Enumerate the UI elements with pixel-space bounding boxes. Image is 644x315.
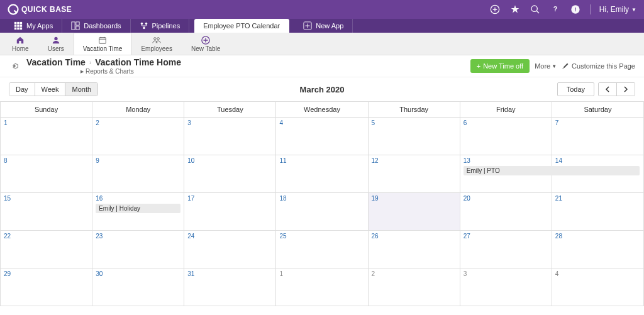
user-menu[interactable]: Hi, Emily ▼	[599, 5, 636, 14]
next-month-button[interactable]	[617, 83, 635, 96]
subtab-users[interactable]: Users	[38, 33, 74, 55]
day-number: 17	[187, 195, 272, 202]
day-number: 2	[96, 119, 180, 126]
tab-my-apps[interactable]: My Apps	[5, 19, 62, 33]
settings-gear-icon[interactable]	[9, 60, 20, 72]
tab-new-app[interactable]: New App	[294, 19, 353, 33]
calendar-cell[interactable]: 23	[92, 231, 184, 268]
calendar-cell[interactable]: 4	[276, 118, 368, 155]
new-time-off-button[interactable]: + New Time off	[470, 59, 530, 73]
calendar-cell[interactable]: 28	[552, 231, 643, 268]
star-icon[interactable]	[509, 4, 521, 15]
day-number: 1	[279, 270, 364, 277]
day-number: 26	[372, 233, 457, 240]
subtab-label: New Table	[191, 45, 221, 52]
svg-point-20	[143, 27, 145, 30]
more-menu[interactable]: More ▼	[535, 62, 557, 70]
calendar-cell[interactable]: 10	[184, 155, 276, 193]
calendar-scroll[interactable]: SundayMondayTuesdayWednesdayThursdayFrid…	[0, 101, 644, 315]
calendar-cell[interactable]: 7	[552, 118, 643, 155]
day-number: 29	[4, 270, 89, 277]
svg-rect-16	[76, 22, 79, 25]
day-header: Saturday	[552, 102, 643, 118]
search-icon[interactable]	[530, 4, 541, 15]
calendar-cell[interactable]: 11	[276, 155, 368, 193]
calendar-event[interactable]: Emily | Holiday	[96, 204, 180, 213]
tab-bar: My Apps Dashboards Pipelines Employee PT…	[0, 19, 644, 33]
calendar-cell[interactable]: 22	[1, 231, 92, 268]
calendar-cell[interactable]: 18	[276, 193, 368, 231]
calendar-cell[interactable]: 5	[368, 118, 460, 155]
day-number: 14	[555, 157, 640, 164]
calendar-cell[interactable]: 25	[276, 231, 368, 268]
day-number: 4	[555, 270, 640, 277]
svg-point-2	[531, 6, 537, 11]
breadcrumb-root[interactable]: Vacation Time	[26, 57, 86, 67]
subtab-new-table[interactable]: New Table	[182, 33, 230, 55]
calendar-cell[interactable]: 21	[552, 193, 643, 231]
help-icon[interactable]: ?	[550, 4, 561, 15]
calendar-cell[interactable]: 24	[184, 231, 276, 268]
calendar-cell[interactable]: 20	[460, 193, 552, 231]
calendar-cell[interactable]: 3	[460, 268, 552, 306]
calendar-cell[interactable]: 2	[92, 118, 184, 155]
day-number: 7	[555, 119, 640, 126]
calendar-cell[interactable]: 26	[368, 231, 460, 268]
calendar-cell[interactable]: 4	[552, 268, 643, 306]
calendar-cell[interactable]: 15	[1, 193, 92, 231]
svg-text:?: ?	[553, 5, 557, 13]
calendar-grid: SundayMondayTuesdayWednesdayThursdayFrid…	[0, 102, 644, 306]
calendar-event[interactable]: Emily | PTO	[464, 166, 640, 175]
calendar-cell[interactable]: 2	[368, 268, 460, 306]
subtab-label: Users	[48, 45, 64, 52]
subtab-employees[interactable]: Employees	[131, 33, 181, 55]
alert-icon[interactable]: !	[570, 4, 581, 15]
svg-point-18	[140, 23, 143, 25]
page-actions: + New Time off More ▼ Customize this Pag…	[470, 59, 635, 73]
calendar-cell[interactable]: 1	[1, 118, 92, 155]
svg-point-22	[54, 36, 57, 40]
brand-logo[interactable]: QUICK BASE	[8, 4, 72, 15]
calendar-cell[interactable]: 27	[460, 231, 552, 268]
view-switcher: Day Week Month	[9, 82, 98, 96]
calendar-cell[interactable]: 29	[1, 268, 92, 306]
calendar-cell[interactable]: 3	[184, 118, 276, 155]
button-label: New Time off	[483, 62, 523, 70]
calendar-cell[interactable]: 31	[184, 268, 276, 306]
svg-rect-8	[20, 22, 23, 25]
subtab-vacation-time[interactable]: Vacation Time	[74, 33, 132, 55]
day-number: 30	[96, 270, 180, 277]
svg-point-19	[145, 23, 147, 25]
svg-text:!: !	[574, 6, 576, 13]
day-number: 11	[279, 157, 364, 164]
day-number: 5	[372, 119, 457, 126]
calendar-cell[interactable]: 12	[368, 155, 460, 193]
calendar-cell[interactable]: 6	[460, 118, 552, 155]
view-day-button[interactable]: Day	[9, 83, 35, 96]
calendar-cell[interactable]: 30	[92, 268, 184, 306]
calendar-cell[interactable]: 1	[276, 268, 368, 306]
tab-active-app[interactable]: Employee PTO Calendar	[194, 19, 289, 33]
today-button[interactable]: Today	[557, 82, 594, 96]
view-week-button[interactable]: Week	[35, 83, 66, 96]
tab-dashboards[interactable]: Dashboards	[62, 19, 130, 33]
day-header: Monday	[92, 102, 184, 118]
add-icon[interactable]	[489, 4, 501, 15]
prev-month-button[interactable]	[599, 83, 617, 96]
customize-label: Customize this Page	[572, 62, 635, 70]
day-number: 8	[4, 157, 89, 164]
day-number: 6	[464, 119, 548, 126]
sub-links[interactable]: ▶ Reports & Charts	[26, 68, 181, 75]
calendar-cell[interactable]: 13Emily | PTO	[460, 155, 552, 193]
calendar-cell[interactable]: 19	[368, 193, 460, 231]
calendar-cell[interactable]: 17	[184, 193, 276, 231]
svg-rect-10	[17, 25, 19, 27]
calendar-cell[interactable]: 9	[92, 155, 184, 193]
tab-pipelines[interactable]: Pipelines	[131, 19, 190, 33]
view-month-button[interactable]: Month	[65, 83, 97, 96]
subtab-home[interactable]: Home	[3, 33, 38, 55]
calendar-cell[interactable]: 8	[1, 155, 92, 193]
customize-page-link[interactable]: Customize this Page	[562, 62, 635, 70]
subtab-label: Vacation Time	[83, 45, 123, 52]
calendar-cell[interactable]: 16Emily | Holiday	[92, 193, 184, 231]
